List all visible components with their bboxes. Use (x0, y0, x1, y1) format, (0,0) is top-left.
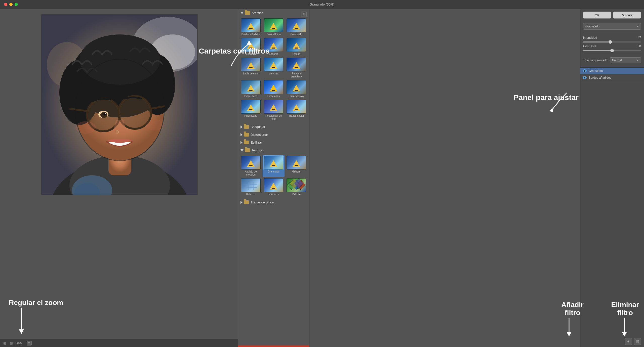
svg-rect-41 (295, 48, 298, 49)
filter-thumb (264, 18, 283, 32)
section-distorsionar[interactable]: Distorsionar (238, 131, 309, 139)
filter-label: Texturizar (268, 193, 279, 196)
filter-color-diluido[interactable]: Color diluido (263, 18, 284, 36)
expand-icon (240, 12, 244, 14)
filter-thumb (264, 80, 283, 94)
filter-label: Vidriera (292, 193, 301, 196)
layer-granulado-name: Granulado (589, 69, 603, 73)
svg-rect-49 (249, 90, 253, 91)
filter-esponja[interactable]: Esponja (263, 37, 284, 56)
section-artistico[interactable]: Artístico (238, 9, 309, 17)
minimize-button[interactable] (9, 3, 13, 6)
textura-grid: Azulejo de mosaico Granulado Grietas (238, 154, 309, 198)
filter-thumb (241, 58, 261, 71)
filter-thumb (241, 80, 261, 94)
zoom-icon[interactable]: ⊞ (3, 341, 7, 345)
layer-eye-icon[interactable] (583, 69, 587, 72)
filter-thumb (264, 38, 283, 52)
svg-rect-71 (272, 188, 275, 189)
svg-rect-33 (272, 28, 275, 29)
filter-label: Trazos pastel (289, 114, 304, 117)
filter-azulejo-mosaico[interactable]: Azulejo de mosaico (240, 155, 262, 177)
svg-rect-61 (249, 165, 253, 166)
contraste-thumb[interactable] (610, 49, 614, 52)
intensidad-thumb[interactable] (609, 40, 612, 44)
filter-selector-wrapper: Granulado Desenfoque Artístico (583, 23, 641, 30)
filter-grietas[interactable]: Grietas (286, 155, 307, 177)
section-estilizar[interactable]: Estilizar (238, 139, 309, 146)
filter-thumb (287, 156, 306, 169)
window-controls[interactable] (4, 3, 18, 6)
cancel-button[interactable]: Cancelar (613, 12, 641, 19)
folder-icon (244, 133, 249, 137)
zoom-out-icon[interactable]: ⊟ (9, 341, 14, 345)
close-button[interactable] (4, 3, 7, 6)
svg-rect-47 (295, 67, 298, 68)
intensidad-row: Intensidad 47 (583, 36, 641, 39)
artistico-grid: Bordes añadidos Color diluido Cuarteado … (238, 17, 309, 123)
filter-espatula[interactable]: Espátula (240, 37, 262, 56)
filter-granulado[interactable]: Granulado (263, 155, 284, 177)
filter-label: Plastificado (245, 114, 257, 117)
svg-marker-80 (567, 332, 572, 336)
zoom-value: 50% (16, 341, 25, 345)
svg-rect-31 (249, 28, 253, 29)
annotation-panel: Panel para ajustar (514, 93, 579, 102)
contraste-label: Contraste (583, 45, 603, 48)
svg-rect-51 (272, 90, 275, 91)
filter-thumb (241, 178, 261, 192)
layer-bordes-anadidos[interactable]: Bordes añadidos (580, 74, 644, 81)
zoom-dropdown[interactable] (27, 341, 32, 345)
filter-trazos-pastel[interactable]: Trazos pastel (286, 99, 307, 121)
remove-filter-button[interactable]: 🗑 (634, 338, 641, 345)
filter-pinceladas[interactable]: Pinceladas (263, 80, 284, 98)
svg-point-27 (76, 121, 96, 134)
ok-button[interactable]: OK (583, 12, 611, 19)
scroll-progress (238, 345, 309, 347)
filter-thumb (241, 38, 261, 52)
intensidad-slider[interactable] (583, 41, 641, 42)
svg-point-25 (105, 113, 106, 114)
section-textura-label: Textura (252, 148, 262, 152)
svg-rect-35 (295, 28, 298, 29)
filter-pelicula-granulada[interactable]: Película granulada (286, 57, 307, 79)
portrait-svg (42, 14, 197, 195)
layer-granulado[interactable]: Granulado (580, 68, 644, 74)
filter-manchas[interactable]: Manchas (263, 57, 284, 79)
contraste-slider[interactable] (583, 50, 641, 51)
svg-rect-53 (295, 90, 298, 91)
filter-plastificado[interactable]: Plastificado (240, 99, 262, 121)
divider (583, 54, 641, 54)
section-trazos-label: Trazos de pincel (251, 200, 274, 204)
section-bosquejar[interactable]: Bosquejar (238, 123, 309, 131)
tipo-select[interactable]: Normal Suave Granulado grueso Redondeado… (610, 57, 641, 63)
contraste-value: 50 (634, 45, 641, 48)
svg-rect-43 (249, 67, 253, 68)
filter-thumb (287, 58, 306, 71)
filter-selector[interactable]: Granulado Desenfoque Artístico (583, 23, 641, 30)
filter-fresco[interactable]: Fresco (286, 37, 307, 56)
filter-thumb (287, 100, 306, 114)
maximize-button[interactable] (15, 3, 18, 6)
add-filter-button[interactable]: + (625, 338, 632, 345)
filter-lapiz-color[interactable]: Lápiz de color (240, 57, 262, 79)
layer-eye-icon[interactable] (583, 76, 587, 79)
section-trazos-pincel[interactable]: Trazos de pincel (238, 198, 309, 206)
filter-thumb (287, 178, 306, 192)
collapse-button[interactable]: ⬆ (301, 12, 307, 17)
filter-bordes-anadidos[interactable]: Bordes añadidos (240, 18, 262, 36)
svg-point-17 (79, 34, 160, 85)
filter-thumb (264, 100, 283, 114)
expand-icon (240, 125, 243, 128)
filter-label: Película granulada (287, 72, 306, 78)
filter-texturizar[interactable]: Texturizar (263, 178, 284, 196)
filter-label: Lápiz de color (243, 72, 259, 75)
filter-pincel-seco[interactable]: Pincel seco (240, 80, 262, 98)
filter-resplandor-neon[interactable]: Resplandor de neón (263, 99, 284, 121)
filter-pintar-debajo[interactable]: Pintar debajo (286, 80, 307, 98)
section-textura[interactable]: Textura (238, 146, 309, 154)
filter-cuarteado[interactable]: Cuarteado (286, 18, 307, 36)
filter-retazos[interactable]: Retazos (240, 178, 262, 196)
filter-vidriera[interactable]: Vidriera (286, 178, 307, 196)
layers-panel: Granulado Bordes añadidos (580, 67, 644, 347)
